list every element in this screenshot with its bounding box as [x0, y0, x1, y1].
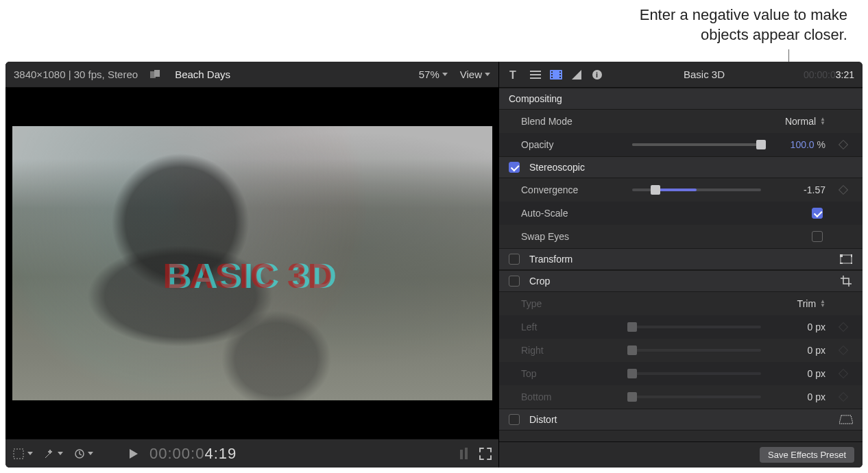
inspector-timecode: 00:00:03:21	[804, 69, 854, 80]
crop-type-dropdown[interactable]: Trim▲▼	[768, 298, 830, 309]
callout-line-1: Enter a negative value to make	[640, 5, 847, 25]
retime-tool-dropdown[interactable]	[74, 448, 93, 459]
swap-eyes-checkbox[interactable]	[812, 231, 823, 242]
keyframe-icon[interactable]	[839, 345, 848, 355]
svg-rect-4	[460, 450, 463, 459]
play-button[interactable]	[129, 448, 138, 459]
inspector-pane: T i Basic 3D 00:00:03:21	[499, 62, 863, 468]
section-compositing: Compositing	[499, 88, 863, 110]
fullscreen-icon[interactable]	[479, 448, 492, 460]
distort-toggle[interactable]	[509, 414, 520, 425]
inspector-body: Compositing Blend Mode Normal▲▼ Opacity …	[499, 88, 863, 441]
transform-toggle[interactable]	[509, 254, 520, 265]
save-effects-preset-button[interactable]: Save Effects Preset	[760, 447, 854, 463]
tab-generator[interactable]	[528, 68, 543, 82]
crop-toggle[interactable]	[509, 276, 520, 287]
distort-icon[interactable]	[839, 414, 853, 425]
convergence-label: Convergence	[509, 184, 625, 195]
keyframe-icon[interactable]	[839, 185, 848, 195]
stereoscopic-toggle[interactable]	[509, 162, 520, 173]
chevron-down-icon	[27, 452, 33, 455]
inspector-clip-name: Basic 3D	[684, 69, 725, 80]
section-transform: Transform	[499, 248, 863, 270]
chevron-down-icon	[58, 452, 63, 455]
tab-color[interactable]	[569, 68, 584, 82]
row-swap-eyes: Swap Eyes	[499, 225, 863, 248]
tab-info[interactable]: i	[590, 68, 605, 82]
tab-text[interactable]: T	[507, 68, 522, 82]
tab-video[interactable]	[548, 68, 564, 82]
chevron-down-icon	[485, 73, 490, 76]
auto-scale-checkbox[interactable]	[812, 208, 823, 219]
crop-left-slider[interactable]	[632, 326, 761, 328]
svg-rect-13	[551, 77, 553, 78]
zoom-dropdown[interactable]: 57%	[419, 69, 448, 80]
row-crop-right: Right 0 px	[499, 339, 863, 362]
svg-rect-12	[551, 74, 553, 75]
row-crop-type: Type Trim▲▼	[499, 292, 863, 315]
svg-rect-2	[14, 449, 23, 459]
audio-meters-icon[interactable]	[459, 447, 470, 461]
viewer-footer: 00:00:04:19	[5, 439, 498, 468]
svg-rect-9	[530, 77, 541, 79]
auto-scale-label: Auto-Scale	[509, 208, 625, 219]
crop-icon[interactable]	[839, 276, 853, 287]
inspector-footer: Save Effects Preset	[499, 441, 863, 468]
row-blend-mode: Blend Mode Normal▲▼	[499, 110, 863, 133]
keyframe-icon[interactable]	[839, 392, 848, 402]
svg-rect-15	[559, 74, 561, 75]
crop-top-value[interactable]: 0 px	[768, 368, 830, 379]
svg-text:i: i	[596, 71, 598, 79]
zoom-value: 57%	[419, 69, 439, 80]
crop-top-label: Top	[509, 368, 625, 379]
viewer-info-text: 3840×1080 | 30 fps, Stereo	[14, 69, 138, 80]
crop-type-label: Type	[509, 298, 625, 309]
viewer-canvas[interactable]: BASIC 3D	[5, 88, 498, 439]
crop-right-value[interactable]: 0 px	[768, 345, 830, 356]
view-dropdown[interactable]: View	[460, 69, 490, 80]
keyframe-icon[interactable]	[839, 322, 848, 332]
row-auto-scale: Auto-Scale	[499, 202, 863, 225]
playhead-timecode[interactable]: 00:00:04:19	[149, 445, 237, 463]
crop-left-value[interactable]: 0 px	[768, 322, 830, 332]
crop-bottom-label: Bottom	[509, 391, 625, 402]
row-convergence: Convergence -1.57	[499, 178, 863, 202]
callout-line-2: objects appear closer.	[640, 25, 847, 45]
inspector-header: T i Basic 3D 00:00:03:21	[499, 62, 863, 88]
viewer-pane: 3840×1080 | 30 fps, Stereo Beach Days 57…	[5, 62, 499, 468]
app-window: 3840×1080 | 30 fps, Stereo Beach Days 57…	[5, 62, 863, 468]
svg-rect-11	[551, 71, 553, 73]
svg-rect-8	[530, 74, 541, 75]
crop-bottom-slider[interactable]	[632, 396, 761, 398]
section-distort: Distort	[499, 409, 863, 430]
svg-rect-16	[559, 77, 561, 78]
opacity-slider[interactable]	[632, 143, 761, 146]
svg-rect-21	[851, 254, 852, 257]
viewer-clip-title: Beach Days	[175, 69, 230, 80]
keyframe-icon[interactable]	[839, 140, 848, 149]
crop-top-slider[interactable]	[632, 372, 761, 375]
svg-rect-7	[530, 71, 541, 72]
crop-right-slider[interactable]	[632, 349, 761, 352]
swap-eyes-label: Swap Eyes	[509, 231, 625, 242]
opacity-label: Opacity	[509, 139, 625, 150]
enhance-tool-dropdown[interactable]	[44, 448, 63, 459]
crop-left-label: Left	[509, 322, 625, 332]
blend-mode-dropdown[interactable]: Normal▲▼	[768, 116, 830, 127]
crop-right-label: Right	[509, 345, 625, 356]
crop-bottom-value[interactable]: 0 px	[768, 391, 830, 402]
transform-tool-dropdown[interactable]	[12, 448, 33, 460]
opacity-value[interactable]: 100.0 %	[768, 139, 830, 150]
row-crop-top: Top 0 px	[499, 362, 863, 385]
view-label: View	[460, 69, 482, 80]
transform-reset-icon[interactable]	[839, 254, 853, 265]
svg-rect-20	[840, 254, 843, 257]
svg-rect-23	[851, 263, 852, 264]
convergence-value[interactable]: -1.57	[768, 184, 830, 195]
convergence-slider[interactable]	[632, 189, 761, 191]
angle-icon[interactable]	[150, 70, 162, 80]
svg-rect-5	[465, 448, 468, 459]
keyframe-icon[interactable]	[839, 369, 848, 378]
blend-mode-label: Blend Mode	[509, 116, 625, 127]
section-stereoscopic: Stereoscopic	[499, 156, 863, 178]
